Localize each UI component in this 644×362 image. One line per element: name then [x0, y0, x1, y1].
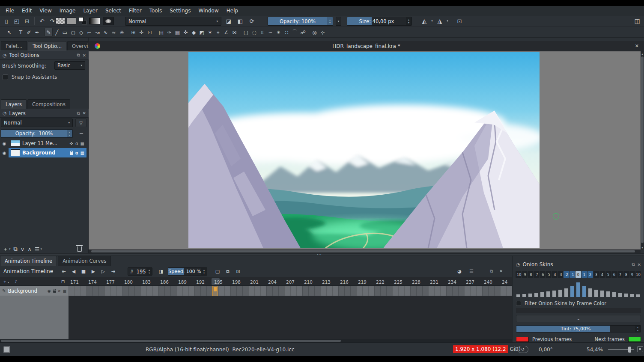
- add-keyframe-dropdown-icon[interactable]: ▾: [8, 281, 9, 284]
- snap-to-assistants-checkbox[interactable]: [3, 74, 8, 80]
- onion-opacity-slider[interactable]: [522, 294, 526, 297]
- onion-opacity-slider[interactable]: [540, 292, 544, 297]
- menu-tools[interactable]: Tools: [146, 8, 166, 14]
- frame-number-171[interactable]: 171: [69, 277, 86, 286]
- menu-select[interactable]: Select: [101, 8, 125, 14]
- similar-select-tool[interactable]: ∷: [283, 28, 291, 37]
- tab-animation-curves[interactable]: Animation Curves: [58, 256, 111, 266]
- reset-rotation-button[interactable]: ↺: [517, 346, 528, 353]
- tab-palette[interactable]: Palet...: [1, 41, 27, 50]
- canvas-vertical-scrollbar[interactable]: ▴ ▾: [641, 51, 644, 249]
- frame-number-189[interactable]: 189: [176, 277, 194, 286]
- tab-compositions[interactable]: Compositions: [27, 99, 70, 109]
- stop-button[interactable]: ■: [79, 267, 88, 276]
- onion-opacity-slider[interactable]: [600, 291, 604, 297]
- onion-opacity-slider[interactable]: [576, 282, 580, 297]
- pattern-chooser[interactable]: [67, 18, 76, 24]
- tint-slider[interactable]: Tint: 75,00% ▴▾: [516, 325, 641, 332]
- transform-tool[interactable]: ⊞: [129, 28, 137, 37]
- frame-number-225[interactable]: 225: [392, 277, 410, 286]
- menu-filter[interactable]: Filter: [125, 8, 146, 14]
- onion-opacity-slider[interactable]: [612, 292, 616, 297]
- add-layer-button[interactable]: ＋: [3, 245, 8, 253]
- onion-offset--3[interactable]: -3: [558, 271, 563, 278]
- onion-offset--7[interactable]: -7: [534, 271, 539, 278]
- onion-opacity-slider[interactable]: [516, 294, 520, 297]
- rectangular-select-tool[interactable]: ▢: [242, 28, 250, 37]
- onion-offset-8[interactable]: 8: [623, 271, 629, 278]
- delete-layer-button[interactable]: [77, 246, 82, 252]
- onion-offset--6[interactable]: -6: [540, 271, 545, 278]
- brush-smoothing-select[interactable]: Basic ▾: [54, 61, 85, 70]
- edit-shapes-tool[interactable]: ✐: [25, 28, 33, 37]
- layer-visibility-icon[interactable]: ◉: [0, 151, 9, 155]
- frame-number-177[interactable]: 177: [104, 277, 122, 286]
- gradient-preview-button[interactable]: [89, 18, 100, 24]
- layer-row[interactable]: ◉ Layer 11 Me... ✜ α ▦: [0, 139, 86, 148]
- current-frame-spinbox[interactable]: # 195 ▴▾: [128, 267, 152, 276]
- open-image-button[interactable]: ◰: [12, 17, 21, 25]
- menu-view[interactable]: View: [36, 8, 55, 14]
- onion-offset-4[interactable]: 4: [599, 271, 605, 278]
- layer-row-body[interactable]: Layer 11 Me... ✜ α ▦: [9, 139, 86, 148]
- next-frame-button[interactable]: ▷: [98, 267, 108, 276]
- onion-opacity-slider[interactable]: [534, 293, 538, 297]
- pan-tool[interactable]: ⊹: [319, 28, 327, 37]
- layer-row-body[interactable]: Background α ▦: [9, 148, 86, 157]
- new-image-button[interactable]: ▯: [2, 17, 11, 25]
- frame-number-216[interactable]: 216: [338, 277, 356, 286]
- move-tool[interactable]: ✛: [137, 28, 146, 37]
- wrap-around-mode-button[interactable]: ⊡: [455, 16, 464, 26]
- docker-menu-icon[interactable]: ◔: [3, 110, 7, 116]
- pattern-edit-tool[interactable]: ▦: [173, 28, 182, 37]
- smart-patch-tool[interactable]: ✜: [182, 28, 190, 37]
- frame-cells[interactable]: [69, 286, 512, 296]
- onion-offset--2[interactable]: -2: [564, 271, 569, 278]
- skip-to-start-button[interactable]: ⇤: [59, 267, 69, 276]
- float-docker-icon[interactable]: ⧉: [77, 53, 80, 58]
- assistants-tool[interactable]: ⌖: [214, 28, 222, 37]
- preserve-alpha-button[interactable]: ◧: [236, 16, 245, 26]
- frame-number-192[interactable]: 192: [194, 277, 212, 286]
- lock-icon[interactable]: [53, 291, 56, 293]
- crop-tool[interactable]: ⊡: [146, 28, 154, 37]
- brush-preset-chooser[interactable]: [103, 17, 114, 25]
- frame-number-204[interactable]: 204: [266, 277, 284, 286]
- onion-opacity-slider[interactable]: [528, 294, 532, 297]
- layer-visibility-icon[interactable]: ◉: [0, 141, 9, 146]
- rectangle-tool[interactable]: ▭: [61, 28, 69, 37]
- scrollbar-handle[interactable]: [641, 56, 644, 243]
- onion-opacity-slider[interactable]: [564, 288, 568, 297]
- onion-opacity-slider[interactable]: [606, 291, 610, 297]
- freehand-path-tool[interactable]: ∿: [101, 28, 110, 37]
- color-sampler-tool[interactable]: ✑: [165, 28, 173, 37]
- timeline-layer-header[interactable]: ✎ Background ◉ α ▦: [0, 286, 69, 296]
- bezier-curve-tool[interactable]: ↝: [93, 28, 101, 37]
- brush-size-slider[interactable]: Size: 40,00 px ▴▾: [347, 17, 412, 26]
- layer-properties-button[interactable]: ☰: [35, 246, 40, 252]
- gradient-tool[interactable]: ▤: [157, 28, 165, 37]
- layer-filter-button[interactable]: ▽: [75, 119, 86, 127]
- fuzzy-select-tool[interactable]: ✴: [274, 28, 283, 37]
- layer-row-selected[interactable]: ◉ Background α ▦: [0, 148, 86, 157]
- gradient-chooser[interactable]: [56, 18, 65, 24]
- multibrush-tool[interactable]: ✳: [118, 28, 126, 37]
- onion-opacity-slider[interactable]: [582, 286, 586, 297]
- edit-frame-button[interactable]: ⊡: [234, 267, 242, 276]
- onion-opacity-slider[interactable]: [558, 290, 562, 297]
- layer-visibility-icon[interactable]: ◉: [48, 289, 51, 293]
- next-frames-color-swatch[interactable]: [628, 337, 641, 342]
- onion-offset--8[interactable]: -8: [528, 271, 533, 278]
- playhead-marker[interactable]: [212, 286, 218, 296]
- menu-help[interactable]: Help: [223, 8, 242, 14]
- polygon-tool[interactable]: ◇: [77, 28, 85, 37]
- polygonal-select-tool[interactable]: ⌗: [258, 28, 266, 37]
- menu-edit[interactable]: Edit: [18, 8, 36, 14]
- magnetic-select-tool[interactable]: ☍: [299, 28, 307, 37]
- previous-frames-color-swatch[interactable]: [516, 337, 529, 342]
- frame-number-219[interactable]: 219: [356, 277, 374, 286]
- frame-number-231[interactable]: 231: [428, 277, 446, 286]
- reload-preset-button[interactable]: ⟳: [247, 16, 256, 26]
- onion-opacity-slider[interactable]: [570, 286, 574, 297]
- play-button[interactable]: ▶: [89, 267, 98, 276]
